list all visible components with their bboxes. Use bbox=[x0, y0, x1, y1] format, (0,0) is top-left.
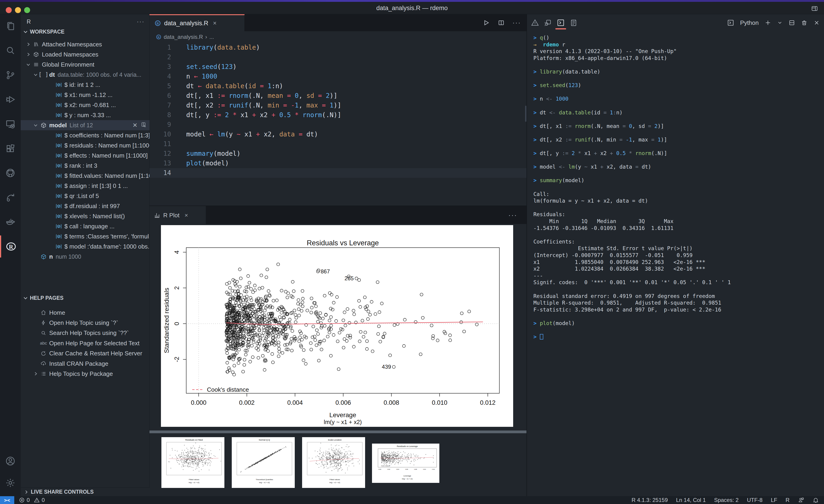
problems-tab-icon[interactable] bbox=[531, 19, 539, 27]
tree-item--rank-int-3[interactable]: $ rank : int 3 bbox=[21, 160, 149, 171]
svg-text:Theoretical Quantiles: Theoretical Quantiles bbox=[255, 479, 273, 481]
tree-item--coefficients-named-num-1-3-[interactable]: $ coefficients : Named num [1:3]... bbox=[21, 130, 149, 140]
plot-more-actions-icon[interactable]: ··· bbox=[508, 211, 517, 219]
status-utf-8[interactable]: UTF-8 bbox=[747, 497, 762, 503]
chevron-down-icon[interactable] bbox=[32, 72, 39, 77]
terminal-profile-icon[interactable] bbox=[727, 19, 734, 26]
chevron-right-icon[interactable] bbox=[25, 52, 32, 57]
section-help-pages[interactable]: HELP PAGES bbox=[23, 293, 149, 302]
line-number: 11 bbox=[149, 139, 179, 149]
status-lf[interactable]: LF bbox=[771, 497, 777, 503]
activity-github-icon[interactable] bbox=[0, 162, 21, 184]
tree-item--terms-classes-terms-formul-[interactable]: $ terms :Classes 'terms', 'formul... bbox=[21, 231, 149, 241]
activity-r-extension-icon[interactable]: R bbox=[0, 236, 21, 257]
status-spaces-2[interactable]: Spaces: 2 bbox=[714, 497, 739, 503]
tree-item--y-num-3-33-[interactable]: $ y : num -3.33 ... bbox=[21, 110, 149, 120]
tree-item--x1-num-1-12-[interactable]: $ x1: num -1.12 ... bbox=[21, 90, 149, 100]
activity-settings-gear-icon[interactable] bbox=[0, 472, 21, 494]
plot-thumbnails-splitter[interactable] bbox=[149, 430, 526, 433]
split-terminal-icon[interactable] bbox=[789, 19, 795, 26]
plot-thumbnail-residuals[interactable]: Residuals vs FittedFitted valueslm(y ~ x… bbox=[162, 437, 224, 488]
kill-terminal-icon[interactable] bbox=[801, 19, 807, 26]
code-text: dt ← data.table(id = 1:n) bbox=[186, 82, 283, 90]
tab-data-analysis[interactable]: R data_analysis.R × bbox=[149, 14, 245, 31]
plot-thumbnail-scale[interactable]: Scale-LocationFitted valueslm(y ~ x1 + x… bbox=[302, 437, 365, 488]
tab-close-icon[interactable]: × bbox=[213, 20, 217, 27]
debug-console-tab-icon[interactable] bbox=[544, 19, 552, 27]
remote-indicator[interactable]: >< bbox=[0, 496, 14, 504]
plot-thumbnail-qq[interactable]: Normal Q-QTheoretical Quantileslm(y ~ x1… bbox=[232, 437, 295, 488]
breadcrumb-file[interactable]: data_analysis.R bbox=[164, 34, 203, 40]
tree-item-loaded-namespaces[interactable]: Loaded Namespaces bbox=[21, 49, 149, 59]
code-editor[interactable]: 1library(data.table)23set.seed(123)4n ← … bbox=[149, 43, 526, 205]
tree-item--qr-list-of-5[interactable]: $ qr :List of 5 bbox=[21, 191, 149, 201]
chevron-down-icon[interactable] bbox=[32, 123, 39, 128]
tree-item--call-language-[interactable]: $ call : language ... bbox=[21, 221, 149, 231]
editor-more-actions-icon[interactable]: ··· bbox=[512, 19, 521, 26]
chevron-down-icon[interactable] bbox=[25, 62, 32, 67]
tree-item-global-environment[interactable]: Global Environment bbox=[21, 59, 149, 70]
plot-tab-close-icon[interactable]: × bbox=[185, 212, 188, 219]
svg-text:Fitted values: Fitted values bbox=[189, 479, 199, 481]
tree-item--id-int-1-2-[interactable]: $ id: int 1 2 ... bbox=[21, 80, 149, 90]
status-r[interactable]: R bbox=[786, 497, 790, 503]
tree-item--assign-int-1-3-0-1-[interactable]: $ assign : int [1:3] 0 1 ... bbox=[21, 181, 149, 191]
activity-account-icon[interactable] bbox=[0, 450, 21, 472]
new-terminal-icon[interactable] bbox=[765, 19, 771, 26]
terminal-cursor bbox=[540, 334, 543, 340]
tree-item-model[interactable]: modelList of 12✕ bbox=[21, 120, 149, 130]
open-in-viewer-icon[interactable] bbox=[141, 122, 146, 129]
remove-variable-icon[interactable]: ✕ bbox=[132, 122, 137, 129]
tree-item-dt[interactable]: [ ]dtdata.table: 1000 obs. of 4 varia... bbox=[21, 70, 149, 80]
activity-source-control-icon[interactable] bbox=[0, 64, 21, 86]
layout-icon[interactable] bbox=[811, 5, 818, 12]
breadcrumb-symbol[interactable]: ... bbox=[209, 34, 214, 40]
tree-item--df-residual-int-997[interactable]: $ df.residual : int 997 bbox=[21, 201, 149, 211]
chevron-right-icon[interactable] bbox=[25, 42, 32, 47]
activity-run-debug-icon[interactable] bbox=[0, 89, 21, 111]
tree-item--xlevels-named-list-[interactable]: $ xlevels : Named list() bbox=[21, 211, 149, 221]
close-panel-icon[interactable] bbox=[813, 19, 820, 26]
panel-resize-handle[interactable] bbox=[525, 106, 526, 122]
breadcrumb[interactable]: R data_analysis.R › ... bbox=[149, 31, 526, 43]
sidebar-more-icon[interactable]: ··· bbox=[137, 18, 144, 25]
help-item-search-help-topics-using-[interactable]: Search Help Topics using `??` bbox=[21, 328, 149, 338]
problems-status[interactable]: 0 0 bbox=[19, 497, 45, 503]
terminal-output[interactable]: > q()→ rdemo rR version 4.1.3 (2022-03-1… bbox=[533, 34, 822, 494]
tab-r-plot[interactable]: R Plot × bbox=[149, 206, 206, 225]
tree-item--residuals-named-num-1-1000-[interactable]: $ residuals : Named num [1:1000... bbox=[21, 140, 149, 150]
section-workspace[interactable]: WORKSPACE bbox=[23, 27, 149, 36]
terminal-dropdown-icon[interactable] bbox=[777, 20, 783, 25]
help-item-clear-cache-restart-help-ser[interactable]: Clear Cache & Restart Help Server bbox=[21, 349, 149, 359]
help-item-open-help-page-for-selected-[interactable]: abcOpen Help Page for Selected Text bbox=[21, 338, 149, 348]
status-ln-14-col-1[interactable]: Ln 14, Col 1 bbox=[676, 497, 706, 503]
notifications-bell-icon[interactable] bbox=[813, 497, 819, 503]
tree-item--x2-num-0-681-[interactable]: $ x2: num -0.681 ... bbox=[21, 100, 149, 110]
activity-explorer-icon[interactable] bbox=[0, 15, 21, 37]
run-file-button[interactable] bbox=[483, 19, 490, 26]
terminal-profile-label[interactable]: Python bbox=[740, 19, 759, 26]
help-item-home[interactable]: Home bbox=[21, 307, 149, 318]
plot-thumbnail-leverage-selected[interactable]: Residuals vs LeverageCook's distance0.00… bbox=[372, 444, 439, 483]
help-item-help-topics-by-package[interactable]: Help Topics by Package bbox=[21, 369, 149, 379]
split-editor-button[interactable] bbox=[498, 19, 505, 26]
feedback-icon[interactable] bbox=[798, 497, 804, 503]
chevron-right-icon[interactable] bbox=[32, 371, 39, 376]
help-item-install-cran-package[interactable]: Install CRAN Package bbox=[21, 359, 149, 369]
tree-item--effects-named-num-1-1000-[interactable]: $ effects : Named num [1:1000] -... bbox=[21, 150, 149, 160]
section-live-share-controls[interactable]: LIVE SHARE CONTROLS bbox=[21, 488, 149, 496]
activity-live-share-icon[interactable] bbox=[0, 186, 21, 209]
activity-docker-icon[interactable] bbox=[0, 211, 21, 233]
activity-extensions-icon[interactable] bbox=[0, 138, 21, 160]
help-item-open-help-topic-using-[interactable]: Open Help Topic using `?` bbox=[21, 318, 149, 328]
output-tab-icon[interactable] bbox=[570, 19, 578, 27]
activity-remote-explorer-icon[interactable] bbox=[0, 113, 21, 135]
tree-item-attached-namespaces[interactable]: Attached Namespaces bbox=[21, 39, 149, 49]
code-line-2: 2 bbox=[149, 52, 526, 62]
status-r-4-1-3-25159[interactable]: R 4.1.3: 25159 bbox=[632, 497, 667, 503]
tree-item--fitted-values-named-num-1-1[interactable]: $ fitted.values: Named num [1:10... bbox=[21, 171, 149, 181]
terminal-tab-icon[interactable] bbox=[557, 19, 564, 27]
tree-item-n[interactable]: nnum 1000 bbox=[21, 252, 149, 262]
tree-item--model-data-frame-1000-obs-[interactable]: $ model :'data.frame': 1000 obs. ... bbox=[21, 241, 149, 252]
activity-search-icon[interactable] bbox=[0, 39, 21, 61]
